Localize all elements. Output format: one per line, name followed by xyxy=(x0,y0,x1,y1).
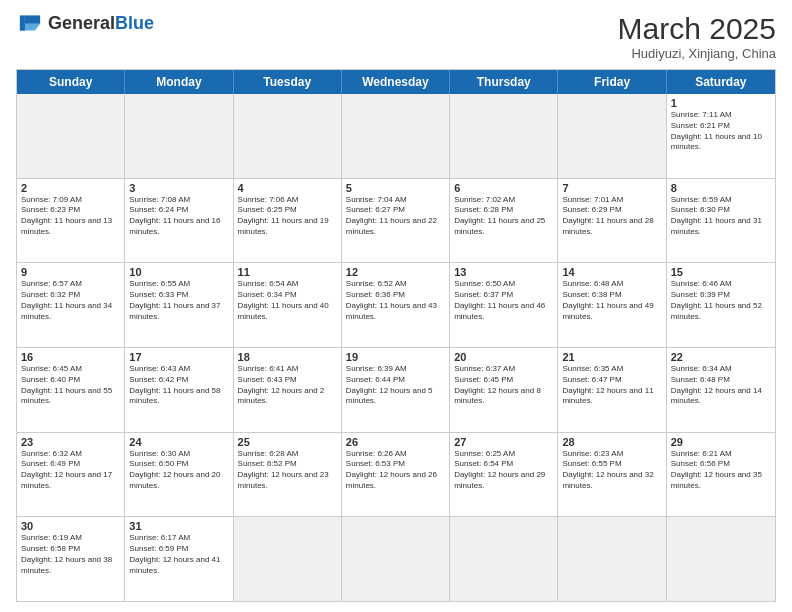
cell-sun-info: Sunrise: 6:43 AM Sunset: 6:42 PM Dayligh… xyxy=(129,364,228,407)
day-number: 11 xyxy=(238,266,337,278)
cell-sun-info: Sunrise: 7:02 AM Sunset: 6:28 PM Dayligh… xyxy=(454,195,553,238)
calendar-body: 1Sunrise: 7:11 AM Sunset: 6:21 PM Daylig… xyxy=(17,94,775,601)
cell-sun-info: Sunrise: 6:50 AM Sunset: 6:37 PM Dayligh… xyxy=(454,279,553,322)
day-number: 12 xyxy=(346,266,445,278)
header-day-thursday: Thursday xyxy=(450,70,558,94)
month-title: March 2025 xyxy=(618,12,776,46)
calendar-cell: 16Sunrise: 6:45 AM Sunset: 6:40 PM Dayli… xyxy=(17,348,125,432)
header-day-wednesday: Wednesday xyxy=(342,70,450,94)
calendar-cell: 7Sunrise: 7:01 AM Sunset: 6:29 PM Daylig… xyxy=(558,179,666,263)
logo-icon xyxy=(16,12,44,34)
calendar-cell: 26Sunrise: 6:26 AM Sunset: 6:53 PM Dayli… xyxy=(342,433,450,517)
calendar-cell: 27Sunrise: 6:25 AM Sunset: 6:54 PM Dayli… xyxy=(450,433,558,517)
cell-sun-info: Sunrise: 6:46 AM Sunset: 6:39 PM Dayligh… xyxy=(671,279,771,322)
calendar-cell xyxy=(667,517,775,601)
calendar-cell: 6Sunrise: 7:02 AM Sunset: 6:28 PM Daylig… xyxy=(450,179,558,263)
calendar-row-5: 30Sunrise: 6:19 AM Sunset: 6:58 PM Dayli… xyxy=(17,517,775,601)
calendar-cell: 18Sunrise: 6:41 AM Sunset: 6:43 PM Dayli… xyxy=(234,348,342,432)
calendar-cell xyxy=(234,517,342,601)
cell-sun-info: Sunrise: 7:09 AM Sunset: 6:23 PM Dayligh… xyxy=(21,195,120,238)
day-number: 16 xyxy=(21,351,120,363)
calendar-cell: 4Sunrise: 7:06 AM Sunset: 6:25 PM Daylig… xyxy=(234,179,342,263)
calendar-cell xyxy=(558,517,666,601)
cell-sun-info: Sunrise: 6:17 AM Sunset: 6:59 PM Dayligh… xyxy=(129,533,228,576)
day-number: 17 xyxy=(129,351,228,363)
title-block: March 2025 Hudiyuzi, Xinjiang, China xyxy=(618,12,776,61)
calendar-cell: 23Sunrise: 6:32 AM Sunset: 6:49 PM Dayli… xyxy=(17,433,125,517)
day-number: 10 xyxy=(129,266,228,278)
day-number: 3 xyxy=(129,182,228,194)
cell-sun-info: Sunrise: 6:54 AM Sunset: 6:34 PM Dayligh… xyxy=(238,279,337,322)
day-number: 6 xyxy=(454,182,553,194)
cell-sun-info: Sunrise: 7:01 AM Sunset: 6:29 PM Dayligh… xyxy=(562,195,661,238)
day-number: 14 xyxy=(562,266,661,278)
calendar-cell: 21Sunrise: 6:35 AM Sunset: 6:47 PM Dayli… xyxy=(558,348,666,432)
day-number: 29 xyxy=(671,436,771,448)
calendar-cell: 22Sunrise: 6:34 AM Sunset: 6:48 PM Dayli… xyxy=(667,348,775,432)
calendar-cell: 15Sunrise: 6:46 AM Sunset: 6:39 PM Dayli… xyxy=(667,263,775,347)
calendar-cell: 9Sunrise: 6:57 AM Sunset: 6:32 PM Daylig… xyxy=(17,263,125,347)
cell-sun-info: Sunrise: 6:32 AM Sunset: 6:49 PM Dayligh… xyxy=(21,449,120,492)
day-number: 5 xyxy=(346,182,445,194)
calendar-cell: 20Sunrise: 6:37 AM Sunset: 6:45 PM Dayli… xyxy=(450,348,558,432)
calendar-cell xyxy=(558,94,666,178)
cell-sun-info: Sunrise: 6:28 AM Sunset: 6:52 PM Dayligh… xyxy=(238,449,337,492)
calendar-cell xyxy=(342,94,450,178)
day-number: 18 xyxy=(238,351,337,363)
cell-sun-info: Sunrise: 6:59 AM Sunset: 6:30 PM Dayligh… xyxy=(671,195,771,238)
calendar: SundayMondayTuesdayWednesdayThursdayFrid… xyxy=(16,69,776,602)
calendar-cell: 11Sunrise: 6:54 AM Sunset: 6:34 PM Dayli… xyxy=(234,263,342,347)
day-number: 30 xyxy=(21,520,120,532)
day-number: 7 xyxy=(562,182,661,194)
cell-sun-info: Sunrise: 7:04 AM Sunset: 6:27 PM Dayligh… xyxy=(346,195,445,238)
day-number: 28 xyxy=(562,436,661,448)
cell-sun-info: Sunrise: 6:37 AM Sunset: 6:45 PM Dayligh… xyxy=(454,364,553,407)
svg-marker-2 xyxy=(20,15,25,30)
cell-sun-info: Sunrise: 6:41 AM Sunset: 6:43 PM Dayligh… xyxy=(238,364,337,407)
location-subtitle: Hudiyuzi, Xinjiang, China xyxy=(618,46,776,61)
calendar-header: SundayMondayTuesdayWednesdayThursdayFrid… xyxy=(17,70,775,94)
day-number: 22 xyxy=(671,351,771,363)
calendar-cell: 1Sunrise: 7:11 AM Sunset: 6:21 PM Daylig… xyxy=(667,94,775,178)
day-number: 2 xyxy=(21,182,120,194)
day-number: 9 xyxy=(21,266,120,278)
calendar-cell xyxy=(234,94,342,178)
calendar-cell: 24Sunrise: 6:30 AM Sunset: 6:50 PM Dayli… xyxy=(125,433,233,517)
day-number: 24 xyxy=(129,436,228,448)
header-day-friday: Friday xyxy=(558,70,666,94)
header-day-sunday: Sunday xyxy=(17,70,125,94)
calendar-cell: 2Sunrise: 7:09 AM Sunset: 6:23 PM Daylig… xyxy=(17,179,125,263)
day-number: 27 xyxy=(454,436,553,448)
day-number: 8 xyxy=(671,182,771,194)
calendar-row-2: 9Sunrise: 6:57 AM Sunset: 6:32 PM Daylig… xyxy=(17,263,775,348)
calendar-row-0: 1Sunrise: 7:11 AM Sunset: 6:21 PM Daylig… xyxy=(17,94,775,179)
cell-sun-info: Sunrise: 7:06 AM Sunset: 6:25 PM Dayligh… xyxy=(238,195,337,238)
cell-sun-info: Sunrise: 6:48 AM Sunset: 6:38 PM Dayligh… xyxy=(562,279,661,322)
cell-sun-info: Sunrise: 6:55 AM Sunset: 6:33 PM Dayligh… xyxy=(129,279,228,322)
calendar-cell: 19Sunrise: 6:39 AM Sunset: 6:44 PM Dayli… xyxy=(342,348,450,432)
day-number: 19 xyxy=(346,351,445,363)
day-number: 23 xyxy=(21,436,120,448)
header-day-monday: Monday xyxy=(125,70,233,94)
cell-sun-info: Sunrise: 6:39 AM Sunset: 6:44 PM Dayligh… xyxy=(346,364,445,407)
calendar-cell xyxy=(342,517,450,601)
calendar-cell: 14Sunrise: 6:48 AM Sunset: 6:38 PM Dayli… xyxy=(558,263,666,347)
day-number: 4 xyxy=(238,182,337,194)
calendar-row-3: 16Sunrise: 6:45 AM Sunset: 6:40 PM Dayli… xyxy=(17,348,775,433)
cell-sun-info: Sunrise: 6:26 AM Sunset: 6:53 PM Dayligh… xyxy=(346,449,445,492)
day-number: 21 xyxy=(562,351,661,363)
calendar-cell: 13Sunrise: 6:50 AM Sunset: 6:37 PM Dayli… xyxy=(450,263,558,347)
cell-sun-info: Sunrise: 6:45 AM Sunset: 6:40 PM Dayligh… xyxy=(21,364,120,407)
day-number: 25 xyxy=(238,436,337,448)
cell-sun-info: Sunrise: 6:19 AM Sunset: 6:58 PM Dayligh… xyxy=(21,533,120,576)
calendar-row-1: 2Sunrise: 7:09 AM Sunset: 6:23 PM Daylig… xyxy=(17,179,775,264)
cell-sun-info: Sunrise: 6:35 AM Sunset: 6:47 PM Dayligh… xyxy=(562,364,661,407)
cell-sun-info: Sunrise: 6:25 AM Sunset: 6:54 PM Dayligh… xyxy=(454,449,553,492)
cell-sun-info: Sunrise: 6:52 AM Sunset: 6:36 PM Dayligh… xyxy=(346,279,445,322)
calendar-cell: 25Sunrise: 6:28 AM Sunset: 6:52 PM Dayli… xyxy=(234,433,342,517)
calendar-cell: 8Sunrise: 6:59 AM Sunset: 6:30 PM Daylig… xyxy=(667,179,775,263)
header: GeneralBlue March 2025 Hudiyuzi, Xinjian… xyxy=(16,12,776,61)
calendar-cell xyxy=(450,94,558,178)
calendar-cell: 10Sunrise: 6:55 AM Sunset: 6:33 PM Dayli… xyxy=(125,263,233,347)
calendar-cell: 30Sunrise: 6:19 AM Sunset: 6:58 PM Dayli… xyxy=(17,517,125,601)
